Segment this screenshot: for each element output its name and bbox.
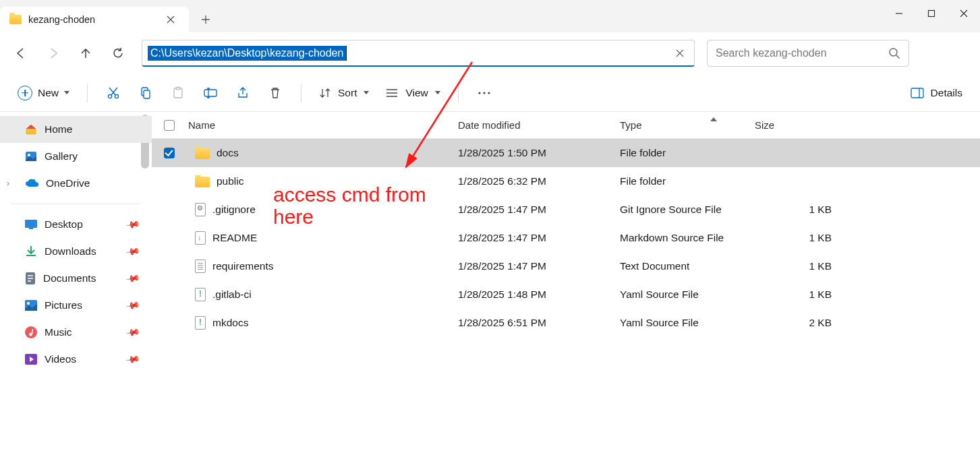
sidebar-label: Documents <box>43 272 96 284</box>
svg-point-9 <box>478 92 480 94</box>
tab-close-button[interactable] <box>162 11 179 28</box>
search-input[interactable]: Search kezang-choden <box>707 40 909 67</box>
svg-rect-5 <box>144 90 150 98</box>
file-date: 1/28/2025 1:48 PM <box>453 289 614 301</box>
window-tab[interactable]: kezang-choden <box>0 7 189 32</box>
details-pane-icon <box>911 88 924 98</box>
view-button[interactable]: View <box>377 83 448 103</box>
svg-point-14 <box>28 154 30 156</box>
pin-icon: 📌 <box>125 244 140 260</box>
file-name-cell: mkdocs <box>183 316 453 330</box>
sidebar-item-videos[interactable]: Videos 📌 <box>0 346 152 373</box>
forward-button[interactable] <box>39 39 67 67</box>
home-icon <box>24 123 38 136</box>
pin-icon: 📌 <box>125 352 140 367</box>
gallery-icon <box>24 150 38 163</box>
column-headers: Name Date modified Type Size <box>152 112 980 139</box>
address-caret <box>346 46 347 61</box>
svg-point-11 <box>488 92 490 94</box>
onedrive-icon <box>24 178 39 189</box>
folder-icon <box>9 15 22 24</box>
sidebar-item-music[interactable]: Music 📌 <box>0 319 152 346</box>
address-path: C:\Users\kezan\Desktop\kezang-choden <box>148 46 346 61</box>
view-label: View <box>405 87 428 99</box>
maximize-button[interactable] <box>915 0 948 27</box>
navigation-sidebar: Home Gallery › OneDrive Desktop 📌 Downlo… <box>0 112 152 455</box>
sidebar-item-gallery[interactable]: Gallery <box>0 143 152 170</box>
delete-button[interactable] <box>259 80 291 107</box>
back-button[interactable] <box>7 39 35 67</box>
file-date: 1/28/2025 1:47 PM <box>453 204 614 216</box>
sidebar-label: Pictures <box>45 299 82 311</box>
chevron-down-icon <box>435 91 440 94</box>
sidebar-label: OneDrive <box>46 177 90 189</box>
file-row[interactable]: public1/28/2025 6:32 PMFile folder <box>152 167 980 195</box>
sidebar-label: Downloads <box>45 245 96 257</box>
sort-button[interactable]: Sort <box>311 83 377 103</box>
search-placeholder: Search kezang-choden <box>716 47 827 59</box>
sidebar-item-desktop[interactable]: Desktop 📌 <box>0 211 152 238</box>
refresh-button[interactable] <box>104 39 132 67</box>
up-button[interactable] <box>71 39 100 67</box>
view-icon <box>385 88 399 98</box>
rename-button[interactable] <box>194 80 227 107</box>
file-row[interactable]: docs1/28/2025 1:50 PMFile folder <box>152 139 980 167</box>
file-icon <box>195 260 206 273</box>
column-header-size[interactable]: Size <box>749 119 837 131</box>
file-date: 1/28/2025 1:47 PM <box>453 232 614 244</box>
column-header-date[interactable]: Date modified <box>453 119 614 131</box>
column-header-type[interactable]: Type <box>614 119 749 131</box>
close-window-button[interactable] <box>948 0 980 27</box>
file-icon <box>195 316 206 330</box>
file-date: 1/28/2025 6:51 PM <box>453 317 614 329</box>
copy-button[interactable] <box>129 80 162 107</box>
folder-icon <box>195 148 210 159</box>
paste-button[interactable] <box>162 80 194 107</box>
new-tab-button[interactable] <box>192 7 220 32</box>
sidebar-item-pictures[interactable]: Pictures 📌 <box>0 292 152 319</box>
file-row[interactable]: .gitlab-ci1/28/2025 1:48 PMYaml Source F… <box>152 280 980 309</box>
file-size: 1 KB <box>749 204 837 216</box>
file-name: .gitlab-ci <box>212 289 252 301</box>
file-name: docs <box>217 147 239 159</box>
sort-icon <box>319 87 331 99</box>
column-header-name[interactable]: Name <box>183 119 453 131</box>
pin-icon: 📌 <box>125 217 140 233</box>
sort-label: Sort <box>338 87 357 99</box>
minimize-button[interactable] <box>883 0 915 27</box>
more-button[interactable] <box>468 80 500 107</box>
search-icon <box>888 47 900 59</box>
file-size: 1 KB <box>749 232 837 244</box>
address-clear-button[interactable] <box>671 44 689 62</box>
file-name-cell: README <box>183 231 453 245</box>
svg-point-19 <box>27 302 30 305</box>
file-size: 1 KB <box>749 260 837 272</box>
sidebar-item-downloads[interactable]: Downloads 📌 <box>0 238 152 265</box>
file-name-cell: docs <box>183 147 453 159</box>
sidebar-item-onedrive[interactable]: › OneDrive <box>0 170 152 197</box>
file-row[interactable]: requirements1/28/2025 1:47 PMText Docume… <box>152 252 980 280</box>
desktop-icon <box>24 219 38 230</box>
file-rows-container: docs1/28/2025 1:50 PMFile folderpublic1/… <box>152 139 980 337</box>
file-row[interactable]: README1/28/2025 1:47 PMMarkdown Source F… <box>152 224 980 252</box>
new-button[interactable]: New <box>9 82 78 104</box>
address-bar[interactable]: C:\Users\kezan\Desktop\kezang-choden <box>142 40 695 67</box>
column-header-checkbox[interactable] <box>156 120 183 131</box>
main-area: Home Gallery › OneDrive Desktop 📌 Downlo… <box>0 112 980 455</box>
details-pane-button[interactable]: Details <box>902 83 971 103</box>
file-name-cell: .gitlab-ci <box>183 288 453 301</box>
title-bar: kezang-choden <box>0 0 980 32</box>
music-icon <box>24 326 38 339</box>
pin-icon: 📌 <box>125 325 140 340</box>
sidebar-item-home[interactable]: Home <box>0 116 152 143</box>
sidebar-label: Gallery <box>45 150 78 162</box>
share-button[interactable] <box>227 80 259 107</box>
file-type: Yaml Source File <box>614 317 749 329</box>
svg-rect-0 <box>929 11 935 17</box>
sidebar-item-documents[interactable]: Documents 📌 <box>0 265 152 292</box>
file-row[interactable]: .gitignore1/28/2025 1:47 PMGit Ignore So… <box>152 195 980 224</box>
file-row[interactable]: mkdocs1/28/2025 6:51 PMYaml Source File2… <box>152 309 980 337</box>
file-size: 2 KB <box>749 317 837 329</box>
row-checkbox[interactable] <box>156 148 183 158</box>
cut-button[interactable] <box>97 80 129 107</box>
